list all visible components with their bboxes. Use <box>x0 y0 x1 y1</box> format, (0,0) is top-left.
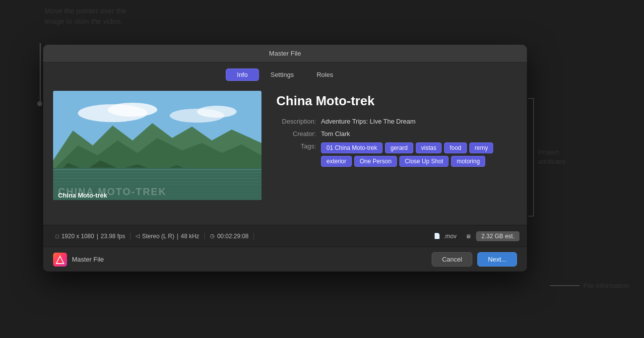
callout-dot <box>37 101 42 106</box>
tag-motoring[interactable]: motoring <box>451 156 485 167</box>
audio-icon: ◁ <box>135 233 139 239</box>
resolution-value: 1920 x 1080 <box>62 233 94 240</box>
annotation-line <box>550 285 580 286</box>
monitor-icon-item: 🖥 <box>460 233 476 239</box>
bottom-bar: Master File Cancel Next... <box>43 247 527 271</box>
svg-rect-10 <box>53 172 261 173</box>
tag-exterior[interactable]: exterior <box>321 156 352 167</box>
fps-value: 23.98 fps <box>101 233 125 240</box>
bracket-icon <box>528 98 534 216</box>
svg-rect-12 <box>53 178 261 179</box>
audio-item: ◁ Stereo (L R) | 48 kHz <box>130 233 204 240</box>
cancel-button[interactable]: Cancel <box>432 252 472 267</box>
video-thumbnail[interactable]: CHINA MOTO-TREK China Moto-trek <box>53 91 261 200</box>
duration-value: 00:02:29:08 <box>217 233 249 240</box>
display-icon: □ <box>56 233 59 239</box>
creator-value: Tom Clark <box>321 130 350 137</box>
file-ext-value: .mov <box>444 233 456 240</box>
info-panel: China Moto-trek Description: Adventure T… <box>276 91 517 215</box>
svg-rect-14 <box>53 184 261 185</box>
tag-gerard[interactable]: gerard <box>385 142 413 153</box>
description-row: Description: Adventure Trips: Live The D… <box>276 118 517 125</box>
tab-settings[interactable]: Settings <box>259 68 305 81</box>
tag-close-up-shot[interactable]: Close Up Shot <box>399 156 449 167</box>
description-label: Description: <box>276 118 321 125</box>
resolution-item: □ 1920 x 1080 | 23.98 fps <box>51 233 130 240</box>
svg-rect-9 <box>53 169 261 170</box>
separator1: | <box>97 233 98 240</box>
tag-food[interactable]: food <box>444 142 466 153</box>
app-logo-svg <box>55 254 65 265</box>
dialog-content: CHINA MOTO-TREK China Moto-trek China Mo… <box>43 86 527 225</box>
svg-text:China Moto-trek: China Moto-trek <box>58 192 108 199</box>
svg-rect-13 <box>53 181 261 182</box>
tags-label: Tags: <box>276 142 321 150</box>
tag-vistas[interactable]: vistas <box>416 142 442 153</box>
file-ext-item: 📄 .mov <box>434 233 456 240</box>
next-button[interactable]: Next... <box>477 252 517 267</box>
tags-container: 01 China Moto-trek gerard vistas food re… <box>321 142 500 167</box>
tab-info[interactable]: Info <box>226 68 259 81</box>
tag-one-person[interactable]: One Person <box>354 156 397 167</box>
file-information-label: File information <box>583 282 629 289</box>
sample-rate-value: 48 kHz <box>181 233 199 240</box>
duration-item: ◷ 00:02:29:08 <box>205 233 254 240</box>
separator2: | <box>177 233 178 240</box>
tooltip-annotation: Move the pointer over the image to skim … <box>45 6 126 27</box>
project-attributes-label: Projectattributes <box>538 148 566 167</box>
svg-point-2 <box>108 103 157 117</box>
master-file-dialog: Master File Info Settings Roles <box>43 45 527 271</box>
description-value: Adventure Trips: Live The Dream <box>321 118 416 125</box>
file-size-badge: 2.32 GB est. <box>476 231 519 241</box>
svg-rect-11 <box>53 175 261 176</box>
creator-row: Creator: Tom Clark <box>276 130 517 137</box>
app-logo <box>53 253 67 267</box>
tooltip-line2: image to skim the video. <box>45 17 122 25</box>
app-title: Master File <box>72 256 104 263</box>
dialog-title-bar: Master File <box>43 45 527 63</box>
project-attributes-annotation: Projectattributes <box>528 98 566 216</box>
monitor-icon: 🖥 <box>465 233 471 239</box>
clock-icon: ◷ <box>210 233 215 239</box>
project-title: China Moto-trek <box>276 93 517 109</box>
tags-row: Tags: 01 China Moto-trek gerard vistas f… <box>276 142 517 167</box>
tooltip-line1: Move the pointer over the <box>45 7 126 15</box>
app-logo-inner <box>53 253 67 267</box>
audio-value: Stereo (L R) <box>142 233 174 240</box>
tag-remy[interactable]: remy <box>469 142 494 153</box>
callout-line <box>40 43 41 103</box>
tab-bar: Info Settings Roles <box>43 63 527 86</box>
creator-label: Creator: <box>276 130 321 137</box>
file-information-annotation: File information <box>550 282 629 289</box>
status-bar: □ 1920 x 1080 | 23.98 fps ◁ Stereo (L R)… <box>43 225 527 247</box>
dialog-title: Master File <box>269 50 301 57</box>
tab-roles[interactable]: Roles <box>305 68 344 81</box>
svg-point-4 <box>197 106 237 118</box>
mountains-svg: CHINA MOTO-TREK China Moto-trek <box>53 91 261 200</box>
file-icon: 📄 <box>434 233 441 239</box>
tag-china-moto-trek[interactable]: 01 China Moto-trek <box>321 142 383 153</box>
